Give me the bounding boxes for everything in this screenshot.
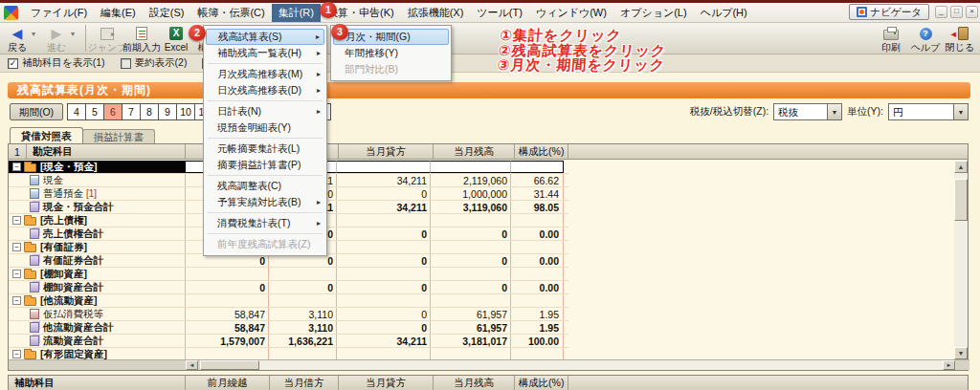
menu-item-dept-compare[interactable]: 部門対比(B) (333, 61, 449, 77)
period-cell-4[interactable]: 4 (68, 104, 86, 119)
value-cell (268, 268, 337, 280)
menu-item-annual-trend[interactable]: 年間推移(Y) (333, 45, 449, 61)
table-row[interactable]: 仮払消費税等58,8473,110061,9571.95 (9, 308, 568, 321)
navigator-button[interactable]: ナビゲータ (849, 4, 929, 20)
scroll-down-icon[interactable]: ▼ (954, 347, 968, 359)
restore-button[interactable]: □ (950, 6, 963, 18)
menu-item-label: 元帳摘要集計表(L) (217, 142, 300, 156)
unit-select[interactable]: 円 ▼ (888, 103, 969, 120)
menubar-item-books[interactable]: 帳簿・伝票(C) (190, 4, 271, 22)
tab-profit-loss[interactable]: 損益計算書 (82, 129, 156, 143)
menu-item-prev-year-trial[interactable]: 前年度残高試算表(Z) (206, 236, 324, 252)
menubar-item-options[interactable]: オプション(L) (613, 4, 694, 22)
help-button[interactable]: ? ヘルプ (908, 24, 943, 54)
table-row[interactable]: −[他流動資産] (9, 294, 568, 308)
menu-item-monthly-period[interactable]: 月次・期間(G) (333, 29, 449, 45)
period-cell-6[interactable]: 6 (104, 104, 122, 119)
menubar-item-edit[interactable]: 編集(E) (94, 4, 143, 22)
jump-button[interactable]: ジャンプ (90, 24, 124, 54)
trial-balance-submenu: 月次・期間(G)年間推移(Y)部門対比(B) (330, 25, 452, 81)
menubar-items: ファイル(F)編集(E)設定(S)帳簿・伝票(C)集計(R)決算・申告(K)拡張… (24, 3, 754, 23)
vertical-scroll-thumb[interactable] (954, 179, 968, 221)
value-cell (185, 268, 269, 280)
navigator-icon (857, 7, 867, 17)
dropdown-arrow-icon[interactable]: ▼ (953, 104, 968, 119)
table-row[interactable]: 他流動資産合計58,8473,110061,9571.95 (9, 321, 568, 335)
menubar-item-file[interactable]: ファイル(F) (24, 4, 94, 22)
menubar-item-tools[interactable]: ツール(T) (470, 4, 529, 22)
table-row[interactable]: −[棚卸資産] (9, 268, 568, 281)
menubar-item-window[interactable]: ウィンドウ(W) (529, 4, 613, 22)
menu-item-balance-adjust[interactable]: 残高調整表(C) (206, 178, 324, 194)
period-cell-8[interactable]: 8 (141, 104, 159, 119)
prev-period-entry-button[interactable]: 前期入力 (124, 24, 159, 54)
horizontal-scroll-track[interactable] (259, 360, 943, 370)
print-button[interactable]: 印刷 (874, 24, 908, 54)
header-filler (568, 376, 968, 390)
forward-arrow-icon: ▶ (52, 26, 62, 41)
period-cell-9[interactable]: 9 (159, 104, 177, 119)
sheet-tabs: 貸借対照表 損益計算書 (10, 127, 155, 143)
menu-item-daily-trend[interactable]: 日次残高推移表(D)▸ (206, 82, 324, 98)
period-cell-5[interactable]: 5 (86, 104, 104, 119)
close-screen-button[interactable]: 閉じる (943, 24, 977, 54)
tree-collapse-icon[interactable]: − (12, 270, 21, 278)
back-button[interactable]: ◀ 戻る (3, 24, 32, 54)
tree-collapse-icon[interactable]: − (12, 243, 21, 251)
account-name: 棚卸資産合計 (43, 281, 103, 293)
dropdown-arrow-icon[interactable]: ▼ (827, 104, 841, 119)
tree-collapse-icon[interactable]: − (12, 216, 21, 225)
total-ledger-icon (30, 282, 39, 292)
menubar-item-help[interactable]: ヘルプ(H) (694, 4, 754, 22)
menu-item-monthly-trend[interactable]: 月次残高推移表(M)▸ (206, 66, 324, 82)
tree-collapse-icon[interactable]: − (12, 296, 21, 305)
period-cell-7[interactable]: 7 (122, 104, 141, 119)
forward-dropdown-icon[interactable]: ▾ (71, 30, 79, 38)
minimize-button[interactable]: _ (935, 6, 947, 18)
account-name: 他流動資産合計 (43, 321, 114, 334)
menubar-item-aggregate[interactable]: 集計(R) (272, 4, 321, 22)
account-name: 普通預金 (43, 187, 83, 200)
menu-item-trial-balance[interactable]: 残高試算表(S)▸ (206, 29, 324, 45)
value-cell: 0 (336, 228, 431, 240)
value-cell (336, 214, 431, 227)
menu-item-consumption-tax[interactable]: 消費税集計表(T)▸ (206, 215, 324, 231)
forward-button[interactable]: ▶ 進む (42, 24, 71, 54)
menu-item-ledger-summary[interactable]: 元帳摘要集計表(L) (206, 141, 324, 157)
back-dropdown-icon[interactable]: ▾ (32, 30, 40, 38)
show-subaccounts-checkbox[interactable]: ✓ 補助科目を表示(1) (8, 56, 105, 70)
scroll-right-icon[interactable]: ► (943, 360, 955, 370)
scroll-left-icon[interactable]: ◄ (186, 360, 198, 370)
table-row[interactable]: 流動資産合計1,579,0071,636,22134,2113,181,0171… (9, 335, 568, 348)
folder-icon (24, 217, 36, 226)
tree-collapse-icon[interactable]: − (12, 162, 21, 171)
horizontal-scrollbar[interactable]: ◄ ► (9, 359, 969, 370)
scroll-up-icon[interactable]: ▲ (954, 161, 968, 173)
horizontal-scroll-thumb[interactable] (200, 360, 259, 370)
menu-item-label: 日次残高推移表(D) (217, 84, 301, 98)
value-cell: 0.00 (510, 254, 564, 267)
menu-item-daily-report[interactable]: 日計表(N)▸ (206, 103, 324, 119)
excel-export-button[interactable]: X Excel (159, 24, 193, 54)
menu-item-subsidiary-balance[interactable]: 補助残高一覧表(H)▸ (206, 45, 324, 61)
menu-item-budget-compare[interactable]: 予算実績対比表(B)▸ (206, 194, 324, 210)
account-name-cell: −[売上債権] (9, 214, 186, 227)
close-window-button[interactable]: × (966, 6, 978, 18)
tax-switch-select[interactable]: 税抜 ▼ (773, 103, 842, 120)
table-row[interactable]: 棚卸資産合計00000.00 (9, 281, 568, 294)
account-name-cell: 棚卸資産合計 (9, 281, 186, 293)
menu-item-summary-pl[interactable]: 摘要損益計算書(P) (206, 157, 324, 173)
step-badge-1: 1 (320, 2, 337, 18)
period-cell-10[interactable]: 10 (177, 104, 195, 119)
menu-item-cash-detail[interactable]: 現預金明細表(Y) (206, 119, 324, 136)
subsidiary-header-row: 補助科目前月繰越当月借方当月貸方当月残高構成比(%) (9, 376, 968, 390)
vertical-scrollbar[interactable]: ▲ ▼ (954, 161, 968, 359)
menubar-item-extensions[interactable]: 拡張機能(X) (401, 4, 471, 22)
value-cell (336, 161, 431, 173)
tab-balance-sheet[interactable]: 貸借対照表 (10, 127, 83, 143)
summary-view-checkbox[interactable]: 要約表示(2) (121, 56, 188, 70)
tree-collapse-icon[interactable]: − (12, 350, 21, 358)
table-row[interactable]: 有価証券合計00000.00 (9, 254, 568, 268)
checkbox-checked-icon: ✓ (8, 58, 18, 69)
menubar-item-settings[interactable]: 設定(S) (143, 4, 191, 22)
